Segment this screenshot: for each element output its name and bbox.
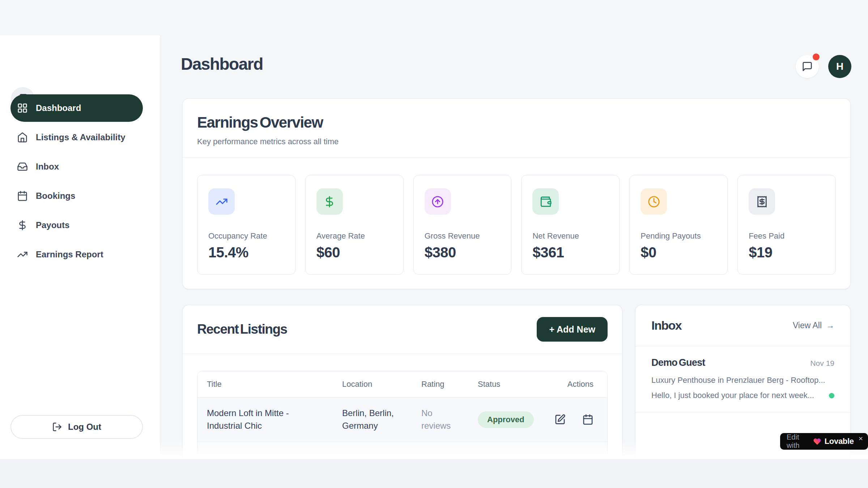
view-all-link[interactable]: View All → <box>793 321 834 330</box>
column-header-title: Title <box>207 380 342 389</box>
logout-icon <box>52 422 62 432</box>
sidebar-item-label: Inbox <box>36 162 59 172</box>
metric-value: $19 <box>749 244 825 261</box>
edit-icon[interactable] <box>554 414 566 425</box>
sidebar-item-dashboard[interactable]: Dashboard <box>10 94 143 122</box>
metric-label: Average Rate <box>316 231 392 241</box>
inbox-title: Inbox <box>651 318 681 333</box>
notification-dot <box>813 53 820 60</box>
message-square-icon <box>802 61 813 72</box>
metrics-row: Occupancy Rate 15.4% Average Rate $60 <box>183 158 850 275</box>
message-subject: Luxury Penthouse in Prenzlauer Berg - Ro… <box>651 376 834 385</box>
metric-label: Fees Paid <box>749 231 825 241</box>
lovable-heart-icon <box>813 437 821 446</box>
sidebar-item-payouts[interactable]: Payouts <box>10 211 143 239</box>
metric-value: $60 <box>316 244 392 261</box>
inbox-message-item[interactable]: Demo Guest Nov 19 Luxury Penthouse in Pr… <box>635 346 850 413</box>
metric-label: Net Revenue <box>532 231 608 241</box>
notifications-chat-button[interactable] <box>796 55 819 78</box>
metric-label: Gross Revenue <box>425 231 501 241</box>
wallet-icon <box>532 188 559 215</box>
earnings-overview-card: Earnings Overview Key performance metric… <box>182 98 851 289</box>
message-sender: Demo Guest <box>651 357 705 368</box>
listing-location: Berlin, Berlin, Germany <box>342 407 421 432</box>
sidebar-nav: Dashboard Listings & Availability Inb <box>10 94 143 268</box>
arrow-right-icon: → <box>826 321 834 330</box>
metric-net-revenue: Net Revenue $361 <box>521 175 620 275</box>
listing-actions <box>550 414 598 425</box>
recent-listings-title: Recent Listings <box>197 322 287 337</box>
sidebar-item-earnings-report[interactable]: Earnings Report <box>10 241 143 268</box>
sidebar-item-label: Earnings Report <box>36 249 103 260</box>
sidebar-item-label: Dashboard <box>36 103 81 113</box>
app-window: CompanyLogo Dashboard Listings & <box>0 0 868 488</box>
metric-fees-paid: Fees Paid $19 <box>737 175 836 275</box>
unread-dot <box>829 393 834 398</box>
arrow-up-circle-icon <box>425 188 451 215</box>
lovable-brand-label: Lovable <box>825 437 854 446</box>
clock-icon <box>641 188 667 215</box>
metric-label: Pending Payouts <box>641 231 716 241</box>
sidebar-item-listings[interactable]: Listings & Availability <box>10 124 143 151</box>
metric-label: Occupancy Rate <box>208 231 284 241</box>
metric-average-rate: Average Rate $60 <box>305 175 404 275</box>
edit-with-lovable-badge[interactable]: Edit with Lovable × <box>780 433 868 450</box>
trending-up-icon <box>208 188 235 215</box>
column-header-actions: Actions <box>550 380 598 389</box>
inbox-icon <box>17 161 28 172</box>
column-header-location: Location <box>342 380 421 389</box>
metric-value: $380 <box>425 244 501 261</box>
listing-title: Modern Loft in Mitte - Industrial Chic <box>207 407 342 432</box>
table-row: Modern Loft in Mitte - Industrial Chic B… <box>197 397 607 442</box>
column-header-status: Status <box>478 380 550 389</box>
sidebar-item-inbox[interactable]: Inbox <box>10 153 143 180</box>
metric-pending-payouts: Pending Payouts $0 <box>629 175 728 275</box>
dollar-icon <box>316 188 343 215</box>
page-title: Dashboard <box>181 54 263 74</box>
message-preview: Hello, I just booked your place for next… <box>651 391 825 400</box>
grid-icon <box>17 103 28 114</box>
sidebar-item-bookings[interactable]: Bookings <box>10 182 143 210</box>
trending-up-icon <box>17 249 28 260</box>
logout-button[interactable]: Log Out <box>10 415 143 439</box>
home-icon <box>17 132 28 143</box>
metric-gross-revenue: Gross Revenue $380 <box>413 175 512 275</box>
sidebar-item-label: Bookings <box>36 191 75 201</box>
metric-occupancy-rate: Occupancy Rate 15.4% <box>197 175 295 275</box>
status-badge: Approved <box>478 411 534 428</box>
listings-table-header: Title Location Rating Status Actions <box>197 371 607 397</box>
add-new-button[interactable]: + Add New <box>537 317 608 342</box>
receipt-icon <box>749 188 775 215</box>
listing-rating: No reviews <box>421 407 478 432</box>
avatar[interactable]: H <box>828 55 851 78</box>
listing-status: Approved <box>478 411 550 428</box>
sidebar: CompanyLogo Dashboard Listings & <box>0 35 161 459</box>
inbox-header: Inbox View All → <box>635 305 850 346</box>
sidebar-item-label: Listings & Availability <box>36 132 125 142</box>
recent-listings-header: Recent Listings + Add New <box>183 305 622 354</box>
column-header-rating: Rating <box>421 380 478 389</box>
bottom-fade <box>0 440 868 459</box>
logout-label: Log Out <box>68 422 101 432</box>
metric-value: $361 <box>532 244 608 261</box>
earnings-overview-subtitle: Key performance metrics across all time <box>197 137 836 146</box>
earnings-overview-title: Earnings Overview <box>197 114 836 131</box>
sidebar-item-label: Payouts <box>36 220 69 230</box>
bottom-band <box>0 459 868 488</box>
metric-value: 15.4% <box>208 244 284 261</box>
message-date: Nov 19 <box>810 359 834 368</box>
dollar-icon <box>17 220 28 231</box>
calendar-icon <box>17 191 28 201</box>
lovable-prefix-label: Edit with <box>787 433 810 450</box>
metric-value: $0 <box>641 244 716 261</box>
close-icon[interactable]: × <box>859 434 863 443</box>
earnings-overview-header: Earnings Overview Key performance metric… <box>183 99 850 158</box>
calendar-icon[interactable] <box>582 414 593 425</box>
view-all-label: View All <box>793 321 822 330</box>
